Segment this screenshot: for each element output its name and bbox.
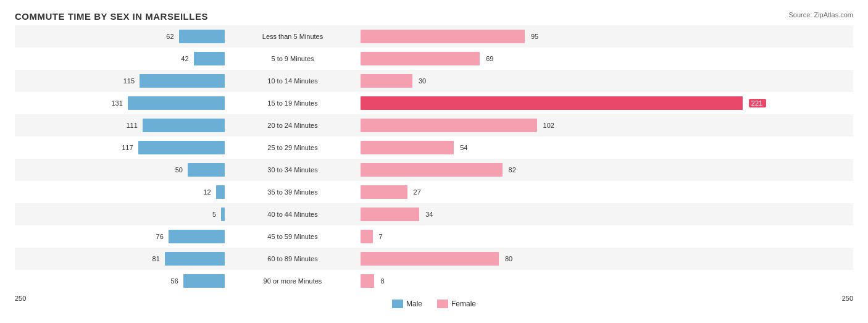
row-label: Less than 5 Minutes xyxy=(225,33,361,40)
female-value: 102 xyxy=(543,122,561,129)
right-section: 102 xyxy=(361,114,853,136)
female-bar xyxy=(361,185,407,199)
female-value: 27 xyxy=(414,188,431,196)
right-section: 8 xyxy=(361,270,853,292)
bar-row: 117 25 to 29 Minutes 54 xyxy=(15,136,853,159)
bar-row: 115 10 to 14 Minutes 30 xyxy=(15,70,853,92)
male-value: 5 xyxy=(199,211,216,218)
right-section: 30 xyxy=(361,70,853,92)
axis-right: 250 xyxy=(842,295,853,308)
male-swatch xyxy=(392,300,403,308)
male-bar xyxy=(194,52,225,65)
left-section: 76 xyxy=(15,225,225,248)
male-bar xyxy=(143,119,225,132)
male-value: 131 xyxy=(106,99,123,107)
female-value: 54 xyxy=(460,144,477,151)
female-value: 221 xyxy=(749,99,766,107)
row-label: 90 or more Minutes xyxy=(225,277,361,285)
female-bar xyxy=(361,208,419,221)
chart-container: COMMUTE TIME BY SEX IN MARSEILLES Source… xyxy=(0,0,868,323)
row-label: 15 to 19 Minutes xyxy=(225,99,361,107)
chart-title: COMMUTE TIME BY SEX IN MARSEILLES xyxy=(15,11,853,22)
row-label: 10 to 14 Minutes xyxy=(225,77,361,85)
right-section: 221 xyxy=(361,92,853,114)
female-value: 95 xyxy=(531,33,548,40)
female-bar xyxy=(361,119,537,132)
bar-row: 76 45 to 59 Minutes 7 xyxy=(15,225,853,248)
right-section: 27 xyxy=(361,181,853,203)
right-section: 34 xyxy=(361,203,853,225)
female-bar xyxy=(361,230,373,243)
female-value: 69 xyxy=(486,55,503,62)
left-section: 50 xyxy=(15,159,225,181)
left-section: 56 xyxy=(15,270,225,292)
male-bar xyxy=(138,141,225,154)
left-section: 42 xyxy=(15,48,225,70)
bar-row: 50 30 to 34 Minutes 82 xyxy=(15,159,853,181)
row-label: 25 to 29 Minutes xyxy=(225,144,361,151)
female-value: 82 xyxy=(509,166,526,174)
male-value: 50 xyxy=(165,166,183,174)
male-value: 56 xyxy=(161,277,178,285)
right-section: 69 xyxy=(361,48,853,70)
male-bar xyxy=(140,74,225,88)
axis-labels: 250 Male Female 250 xyxy=(15,295,853,308)
male-bar xyxy=(169,230,225,243)
female-value: 7 xyxy=(379,233,396,240)
row-label: 20 to 24 Minutes xyxy=(225,122,361,129)
female-swatch xyxy=(437,300,448,308)
row-label: 40 to 44 Minutes xyxy=(225,211,361,218)
row-label: 35 to 39 Minutes xyxy=(225,188,361,196)
male-bar xyxy=(183,274,225,288)
bar-row: 56 90 or more Minutes 8 xyxy=(15,270,853,292)
male-bar xyxy=(188,163,225,177)
female-value: 30 xyxy=(419,77,436,85)
right-section: 95 xyxy=(361,25,853,48)
row-label: 45 to 59 Minutes xyxy=(225,233,361,240)
left-section: 12 xyxy=(15,181,225,203)
legend-male: Male xyxy=(392,300,422,308)
male-value: 117 xyxy=(116,144,133,151)
male-value: 81 xyxy=(143,255,160,262)
bar-row: 131 15 to 19 Minutes 221 xyxy=(15,92,853,114)
bar-row: 42 5 to 9 Minutes 69 xyxy=(15,48,853,70)
female-bar xyxy=(361,274,374,288)
female-bar xyxy=(361,163,503,177)
source-text: Source: ZipAtlas.com xyxy=(788,11,853,19)
female-bar xyxy=(361,96,743,110)
female-bar xyxy=(361,52,480,65)
right-section: 7 xyxy=(361,225,853,248)
female-value: 80 xyxy=(505,255,522,262)
left-section: 111 xyxy=(15,114,225,136)
left-section: 62 xyxy=(15,25,225,48)
male-value: 111 xyxy=(120,122,138,129)
male-value: 62 xyxy=(157,33,174,40)
left-section: 5 xyxy=(15,203,225,225)
axis-left: 250 xyxy=(15,295,26,308)
male-value: 76 xyxy=(146,233,164,240)
row-label: 60 to 89 Minutes xyxy=(225,255,361,262)
left-section: 81 xyxy=(15,248,225,270)
legend-female: Female xyxy=(437,300,476,308)
female-value: 34 xyxy=(425,211,443,218)
bar-row: 12 35 to 39 Minutes 27 xyxy=(15,181,853,203)
bar-row: 62 Less than 5 Minutes 95 xyxy=(15,25,853,48)
male-bar xyxy=(165,252,225,266)
female-bar xyxy=(361,30,525,43)
female-bar xyxy=(361,141,454,154)
female-bar xyxy=(361,252,499,266)
male-bar xyxy=(179,30,225,43)
female-bar xyxy=(361,74,412,88)
right-section: 80 xyxy=(361,248,853,270)
left-section: 131 xyxy=(15,92,225,114)
male-value: 115 xyxy=(117,77,135,85)
right-section: 82 xyxy=(361,159,853,181)
bar-row: 5 40 to 44 Minutes 34 xyxy=(15,203,853,225)
male-bar xyxy=(216,185,225,199)
row-label: 5 to 9 Minutes xyxy=(225,55,361,62)
male-value: 12 xyxy=(194,188,211,196)
bar-row: 81 60 to 89 Minutes 80 xyxy=(15,248,853,270)
female-value: 8 xyxy=(380,277,398,285)
male-value: 42 xyxy=(172,55,189,62)
row-label: 30 to 34 Minutes xyxy=(225,166,361,174)
